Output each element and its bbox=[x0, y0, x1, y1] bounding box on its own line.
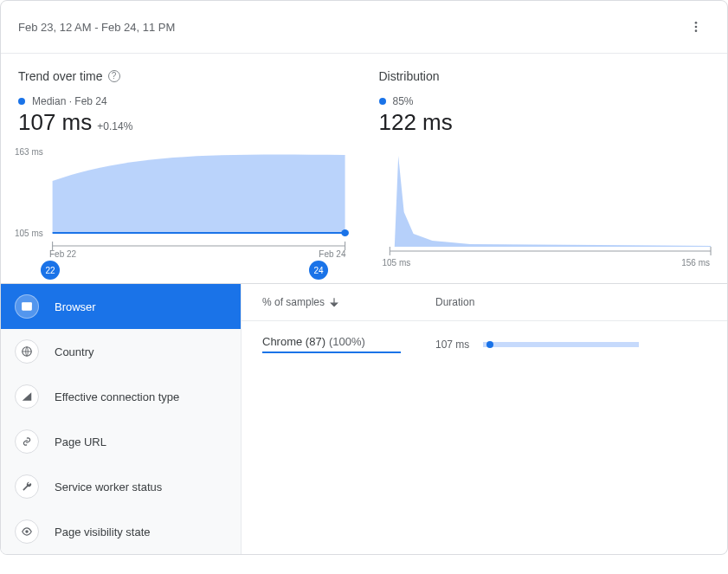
browser-icon bbox=[15, 294, 39, 319]
sample-cell: Chrome (87) (100%) bbox=[262, 335, 401, 353]
sidebar-item-label: Browser bbox=[55, 300, 96, 313]
distribution-value-row: 122 ms bbox=[376, 109, 716, 136]
sidebar-item-label: Page visibility state bbox=[55, 526, 151, 539]
date-range-label: Feb 23, 12 AM - Feb 24, 11 PM bbox=[18, 21, 175, 34]
trend-chart: 163 ms 105 ms Feb 22 Feb 24 22 24 bbox=[15, 146, 355, 268]
sidebar-item-browser[interactable]: Browser bbox=[1, 284, 241, 329]
sidebar-item-visibility[interactable]: Page visibility state bbox=[1, 509, 241, 554]
sidebar-item-page-url[interactable]: Page URL bbox=[1, 419, 241, 464]
svg-rect-12 bbox=[23, 303, 32, 305]
distribution-legend-label: 85% bbox=[393, 95, 414, 107]
sidebar-item-label: Service worker status bbox=[55, 480, 162, 493]
range-chip-start[interactable]: 22 bbox=[41, 261, 60, 280]
distribution-title: Distribution bbox=[379, 69, 440, 83]
sidebar-item-label: Effective connection type bbox=[55, 390, 179, 403]
duration-bar bbox=[483, 342, 639, 347]
breakdown-section: Browser Country Effective connection typ… bbox=[1, 283, 727, 554]
trend-legend: Median · Feb 24 bbox=[15, 95, 355, 107]
performance-card: Feb 23, 12 AM - Feb 24, 11 PM Trend over… bbox=[0, 0, 728, 555]
distribution-legend: 85% bbox=[376, 95, 716, 107]
trend-value-row: 107 ms +0.14% bbox=[15, 109, 355, 136]
duration-bar-fill bbox=[483, 342, 639, 347]
svg-point-14 bbox=[25, 530, 29, 533]
sample-name: Chrome (87) bbox=[262, 335, 325, 348]
legend-dot-icon bbox=[18, 98, 25, 105]
sidebar-item-service-worker[interactable]: Service worker status bbox=[1, 464, 241, 509]
table-header: % of samples Duration bbox=[242, 284, 727, 321]
trend-title: Trend over time bbox=[18, 69, 103, 83]
duration-cell: 107 ms bbox=[435, 339, 706, 351]
sidebar-item-country[interactable]: Country bbox=[1, 329, 241, 374]
table-row[interactable]: Chrome (87) (100%) 107 ms bbox=[242, 321, 727, 365]
svg-point-2 bbox=[695, 29, 698, 32]
link-icon bbox=[15, 429, 39, 454]
sample-pct: (100%) bbox=[329, 335, 365, 348]
duration-value: 107 ms bbox=[435, 339, 469, 351]
eye-icon bbox=[15, 519, 39, 544]
col-header-duration[interactable]: Duration bbox=[435, 296, 706, 308]
legend-dot-icon bbox=[379, 98, 386, 105]
wrench-icon bbox=[15, 474, 39, 499]
dist-x-end: 156 ms bbox=[681, 258, 710, 268]
charts-row: Trend over time ? Median · Feb 24 107 ms… bbox=[1, 54, 727, 283]
distribution-title-row: Distribution bbox=[376, 69, 716, 83]
more-options-button[interactable] bbox=[682, 13, 710, 41]
globe-icon bbox=[15, 339, 39, 364]
svg-point-1 bbox=[695, 26, 698, 29]
sort-desc-icon bbox=[328, 296, 340, 308]
dimension-sidebar: Browser Country Effective connection typ… bbox=[1, 284, 242, 554]
col-header-samples[interactable]: % of samples bbox=[262, 296, 401, 308]
trend-y-min: 105 ms bbox=[15, 229, 43, 238]
distribution-chart-svg bbox=[376, 152, 716, 273]
sidebar-item-label: Country bbox=[55, 345, 94, 358]
trend-x-end: Feb 24 bbox=[319, 249, 345, 259]
trend-value: 107 ms bbox=[18, 109, 92, 136]
signal-icon bbox=[15, 384, 39, 409]
dist-x-start: 105 ms bbox=[383, 258, 411, 268]
trend-x-start: Feb 22 bbox=[49, 249, 76, 259]
more-vert-icon bbox=[689, 20, 703, 34]
distribution-value: 122 ms bbox=[379, 109, 453, 136]
svg-point-0 bbox=[695, 22, 698, 24]
trend-y-max: 163 ms bbox=[15, 147, 43, 157]
sidebar-item-label: Page URL bbox=[55, 435, 106, 448]
range-chip-end[interactable]: 24 bbox=[309, 261, 328, 280]
distribution-chart: 105 ms 156 ms bbox=[376, 152, 716, 273]
distribution-panel: Distribution 85% 122 ms 105 ms 156 ms bbox=[376, 69, 716, 273]
duration-bar-marker bbox=[486, 341, 493, 348]
help-icon[interactable]: ? bbox=[108, 70, 120, 82]
sidebar-item-connection-type[interactable]: Effective connection type bbox=[1, 374, 241, 419]
trend-title-row: Trend over time ? bbox=[15, 69, 355, 83]
svg-point-4 bbox=[341, 229, 349, 236]
trend-delta: +0.14% bbox=[97, 120, 132, 132]
card-header: Feb 23, 12 AM - Feb 24, 11 PM bbox=[1, 1, 727, 54]
trend-panel: Trend over time ? Median · Feb 24 107 ms… bbox=[15, 69, 355, 273]
trend-legend-label: Median · Feb 24 bbox=[32, 95, 107, 107]
breakdown-content: % of samples Duration Chrome (87) (100%)… bbox=[242, 284, 727, 554]
